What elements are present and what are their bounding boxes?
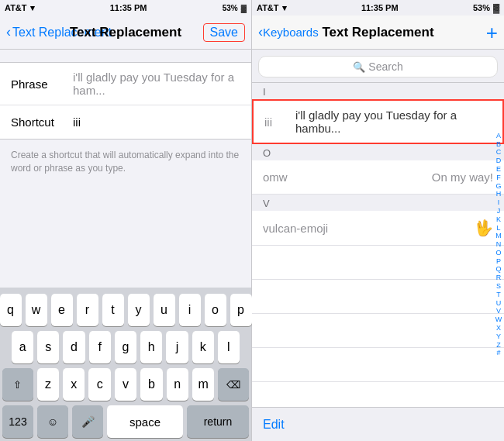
alpha-O[interactable]: O: [495, 249, 501, 257]
key-z[interactable]: z: [37, 368, 59, 401]
key-x[interactable]: x: [63, 368, 85, 401]
key-c[interactable]: c: [88, 368, 110, 401]
alpha-X[interactable]: X: [496, 324, 501, 332]
alpha-K[interactable]: K: [496, 215, 501, 224]
keyboard-area: q w e r t y u i o p a s d f g h j k: [0, 288, 251, 441]
section-header-V: V: [252, 195, 504, 211]
section-header-O: O: [252, 144, 504, 160]
left-status-left: AT&T ▾: [5, 3, 35, 13]
alpha-P[interactable]: P: [496, 257, 501, 266]
mic-key[interactable]: 🎤: [72, 405, 103, 438]
list-item-empty-1: [252, 246, 504, 280]
phrase-row: Phrase i'll gladly pay you Tuesday for a…: [0, 63, 251, 105]
alpha-C[interactable]: C: [496, 148, 502, 157]
shortcut-value[interactable]: iii: [73, 115, 240, 129]
alpha-R[interactable]: R: [496, 274, 502, 282]
key-j[interactable]: j: [166, 331, 188, 363]
return-key[interactable]: return: [187, 405, 249, 438]
key-g[interactable]: g: [115, 331, 136, 363]
key-u[interactable]: u: [154, 294, 175, 326]
alpha-F[interactable]: F: [496, 174, 501, 182]
alpha-Z[interactable]: Z: [496, 341, 501, 350]
alpha-E[interactable]: E: [496, 165, 501, 174]
key-w[interactable]: w: [26, 294, 47, 326]
list-item-empty-3: [252, 314, 504, 348]
num-key[interactable]: 123: [2, 405, 33, 438]
right-status-left: AT&T ▾: [257, 3, 287, 13]
left-panel: AT&T ▾ 11:35 PM 53% ▓ ‹ Text Replacement…: [0, 0, 252, 441]
right-carrier: AT&T: [257, 3, 279, 12]
item-omw-shortcut: omw: [263, 171, 288, 184]
left-nav-bar: ‹ Text Replacement Text Replacement Save: [0, 16, 251, 50]
keyboard-bottom-row: 123 ☺ 🎤 space return: [0, 405, 251, 438]
key-d[interactable]: d: [63, 331, 85, 363]
alphabet-index: A B C D E F G H I J K L M N O P Q R S T …: [493, 82, 504, 407]
key-p[interactable]: p: [230, 294, 252, 326]
alpha-H[interactable]: H: [496, 190, 502, 198]
emoji-key[interactable]: ☺: [37, 405, 68, 438]
alpha-J[interactable]: J: [497, 207, 501, 215]
alpha-D[interactable]: D: [496, 157, 502, 165]
space-key[interactable]: space: [107, 405, 183, 438]
left-carrier: AT&T: [5, 3, 27, 12]
key-a[interactable]: a: [12, 331, 33, 363]
key-e[interactable]: e: [51, 294, 73, 326]
alpha-Q[interactable]: Q: [495, 265, 501, 274]
item-vulcan-emoji: 🖖: [474, 219, 493, 237]
save-button[interactable]: Save: [203, 23, 245, 42]
alpha-B[interactable]: B: [496, 140, 501, 149]
key-v[interactable]: v: [115, 368, 136, 401]
alpha-A[interactable]: A: [496, 132, 501, 140]
alpha-I[interactable]: I: [498, 198, 500, 207]
right-panel: AT&T ▾ 11:35 PM 53% ▓ ‹ Keyboards Text R…: [252, 0, 504, 441]
key-m[interactable]: m: [192, 368, 214, 401]
add-button[interactable]: +: [486, 22, 498, 43]
alpha-Y[interactable]: Y: [496, 332, 501, 341]
key-t[interactable]: t: [102, 294, 124, 326]
list-area: I iii i'll gladly pay you Tuesday for a …: [252, 82, 504, 407]
key-f[interactable]: f: [89, 331, 111, 363]
alpha-hash[interactable]: #: [496, 349, 500, 357]
key-o[interactable]: o: [205, 294, 226, 326]
alpha-L[interactable]: L: [496, 224, 500, 233]
alpha-S[interactable]: S: [496, 282, 501, 291]
edit-button[interactable]: Edit: [263, 418, 285, 432]
list-item-iii[interactable]: iii i'll gladly pay you Tuesday for a ha…: [252, 99, 504, 144]
shift-key[interactable]: ⇧: [2, 368, 33, 401]
search-icon: 🔍: [353, 61, 365, 73]
key-r[interactable]: r: [77, 294, 98, 326]
phrase-label: Phrase: [11, 78, 73, 91]
key-y[interactable]: y: [128, 294, 150, 326]
key-k[interactable]: k: [192, 331, 214, 363]
right-time: 11:35 PM: [361, 3, 399, 12]
alpha-V[interactable]: V: [496, 307, 501, 315]
keyboard-row-3: ⇧ z x c v b n m ⌫: [2, 368, 249, 401]
alpha-T[interactable]: T: [496, 291, 501, 299]
item-vulcan-shortcut: vulcan-emoji: [263, 222, 328, 235]
alpha-W[interactable]: W: [495, 315, 502, 324]
shortcut-row: Shortcut iii: [0, 105, 251, 139]
left-wifi-icon: ▾: [30, 3, 35, 13]
section-header-I: I: [252, 82, 504, 99]
alpha-N[interactable]: N: [496, 240, 502, 249]
right-back-button[interactable]: ‹ Keyboards: [258, 24, 319, 40]
key-q[interactable]: q: [0, 294, 22, 326]
list-item-empty-4: [252, 348, 504, 382]
search-bar[interactable]: 🔍 Search: [258, 56, 498, 78]
backspace-key[interactable]: ⌫: [218, 368, 249, 401]
alpha-G[interactable]: G: [495, 182, 501, 191]
key-b[interactable]: b: [140, 368, 162, 401]
right-battery-icon: ▓: [493, 3, 499, 12]
alpha-M[interactable]: M: [495, 232, 502, 240]
alpha-U[interactable]: U: [496, 299, 502, 308]
key-h[interactable]: h: [140, 331, 162, 363]
key-s[interactable]: s: [37, 331, 59, 363]
list-content: I iii i'll gladly pay you Tuesday for a …: [252, 82, 504, 407]
left-battery-icon: ▓: [241, 4, 247, 12]
key-l[interactable]: l: [218, 331, 240, 363]
list-item-omw[interactable]: omw On my way!: [252, 160, 504, 195]
phrase-value[interactable]: i'll gladly pay you Tuesday for a ham...: [73, 71, 240, 97]
key-n[interactable]: n: [167, 368, 188, 401]
list-item-vulcan[interactable]: vulcan-emoji 🖖: [252, 211, 504, 246]
key-i[interactable]: i: [179, 294, 201, 326]
